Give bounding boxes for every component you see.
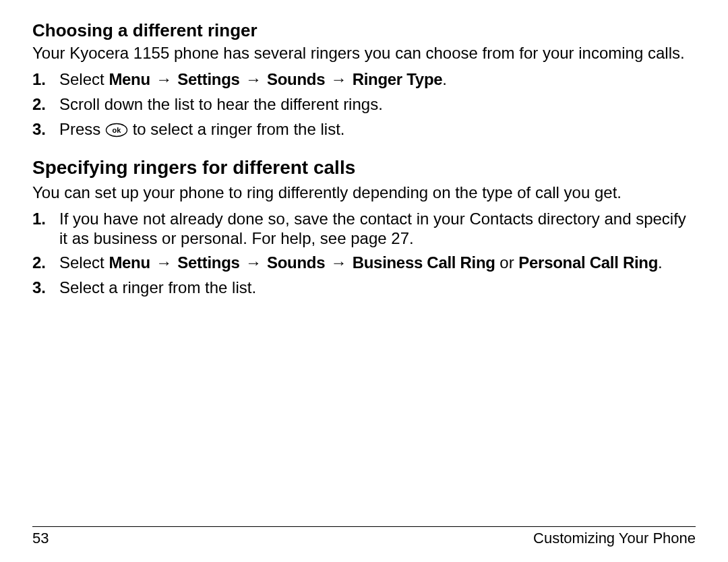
menu-path: Menu → Settings → Sounds → Business Call… <box>109 253 495 272</box>
ok-button-icon: ok <box>105 123 128 137</box>
nav-settings: Settings <box>177 70 239 88</box>
arrow-icon: → <box>330 253 348 272</box>
nav-business-call-ring: Business Call Ring <box>353 253 495 272</box>
arrow-icon: → <box>154 253 173 272</box>
nav-personal-call-ring: Personal Call Ring <box>518 253 658 272</box>
nav-ringer-type: Ringer Type <box>353 70 443 88</box>
nav-sounds: Sounds <box>267 70 325 88</box>
menu-path: Menu → Settings → Sounds → Ringer Type <box>109 70 442 88</box>
page-number: 53 <box>32 530 49 547</box>
steps-list: If you have not already done so, save th… <box>32 210 696 298</box>
subsection-heading: Choosing a different ringer <box>32 20 696 41</box>
step-text: . <box>658 253 663 272</box>
arrow-icon: → <box>244 253 263 272</box>
step-item: Select a ringer from the list. <box>32 278 696 298</box>
nav-settings: Settings <box>177 253 239 272</box>
nav-menu: Menu <box>109 70 150 88</box>
step-text: to select a ringer from the list. <box>128 120 344 138</box>
step-text: Select <box>59 70 109 88</box>
step-item: Select Menu → Settings → Sounds → Busine… <box>32 253 696 273</box>
arrow-icon: → <box>154 70 173 88</box>
svg-text:ok: ok <box>113 126 122 134</box>
step-item: Press ok to select a ringer from the lis… <box>32 120 696 139</box>
nav-menu: Menu <box>109 253 150 272</box>
steps-list: Select Menu → Settings → Sounds → Ringer… <box>32 70 696 139</box>
step-text: Press <box>59 120 105 138</box>
arrow-icon: → <box>330 70 348 88</box>
footer-rule <box>32 526 696 527</box>
intro-paragraph: Your Kyocera 1155 phone has several ring… <box>32 44 696 63</box>
step-item: Scroll down the list to hear the differe… <box>32 95 696 115</box>
page-footer: 53 Customizing Your Phone <box>32 526 696 547</box>
step-text: or <box>495 253 519 272</box>
footer-title: Customizing Your Phone <box>533 530 696 547</box>
manual-page: Choosing a different ringer Your Kyocera… <box>0 0 728 562</box>
section-heading: Specifying ringers for different calls <box>32 156 696 179</box>
step-item: Select Menu → Settings → Sounds → Ringer… <box>32 70 696 90</box>
arrow-icon: → <box>244 70 263 88</box>
intro-paragraph: You can set up your phone to ring differ… <box>32 183 696 203</box>
step-item: If you have not already done so, save th… <box>32 210 696 249</box>
step-text: Select <box>59 253 109 272</box>
step-text: . <box>442 70 447 88</box>
nav-sounds: Sounds <box>267 253 325 272</box>
